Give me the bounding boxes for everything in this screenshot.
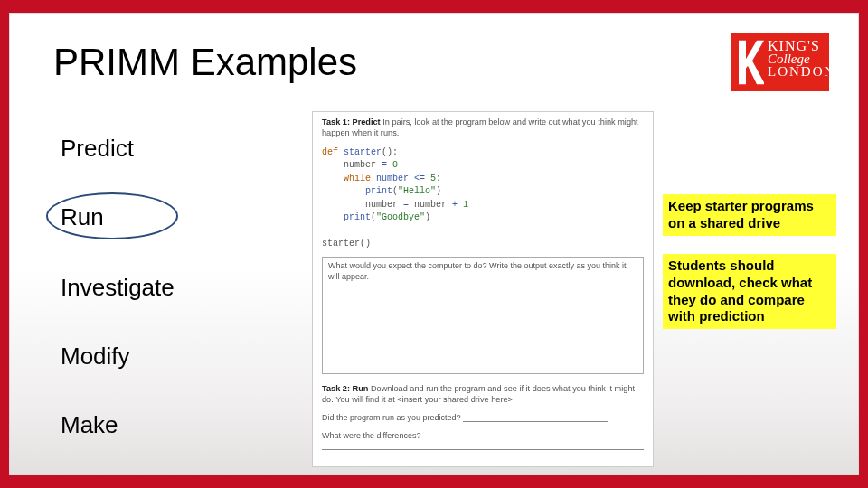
logo-k-icon (737, 39, 764, 86)
stage-predict: Predict (61, 135, 134, 163)
blank-line (463, 414, 608, 422)
stage-investigate: Investigate (61, 274, 175, 302)
stage-run: Run (61, 203, 104, 231)
slide-inner: PRIMM Examples KING'S College LONDON Pre… (9, 13, 859, 475)
question-differences: What were the differences? (322, 431, 644, 450)
stage-modify: Modify (61, 343, 130, 371)
logo-text: KING'S College LONDON (768, 39, 824, 79)
task2-heading: Task 2: Run Download and run the program… (322, 383, 644, 406)
worksheet-image: Task 1: Predict In pairs, look at the pr… (312, 111, 654, 467)
predict-answer-box: What would you expect the computer to do… (322, 257, 644, 374)
question-predicted: Did the program run as you predicted? (322, 413, 644, 422)
blank-line (322, 442, 644, 450)
note-shared-drive: Keep starter programs on a shared drive (663, 194, 836, 236)
note-download-compare: Students should download, check what the… (663, 254, 836, 329)
task2-text: Download and run the program and see if … (322, 384, 635, 404)
slide-title: PRIMM Examples (53, 41, 357, 84)
logo-line3: LONDON (768, 65, 824, 79)
qbox-text: What would you expect the computer to do… (328, 261, 627, 281)
code-block: def starter(): number = 0 while number <… (322, 146, 644, 251)
task1-label: Task 1: Predict (322, 117, 381, 127)
slide-root: PRIMM Examples KING'S College LONDON Pre… (0, 0, 868, 488)
task2-label: Task 2: Run (322, 384, 368, 393)
kcl-logo: KING'S College LONDON (730, 32, 831, 93)
stage-make: Make (61, 411, 118, 439)
task1-heading: Task 1: Predict In pairs, look at the pr… (322, 117, 644, 139)
